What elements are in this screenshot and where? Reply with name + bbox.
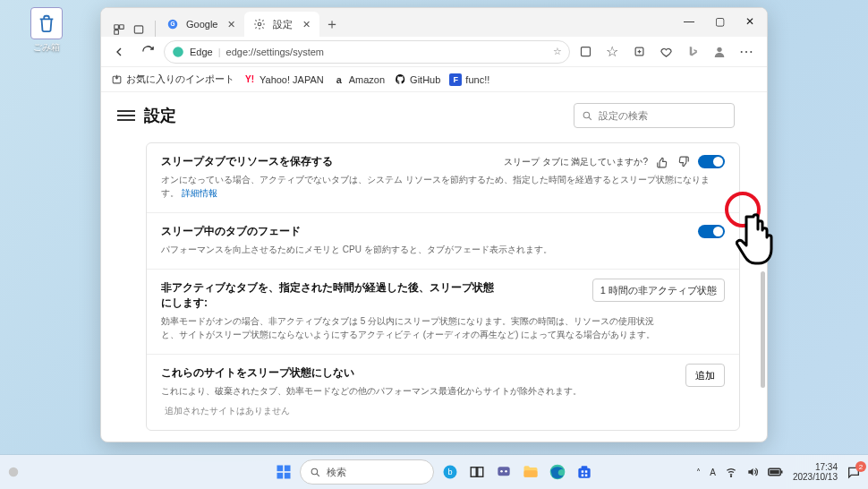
setting-title: スリープ中のタブのフェード [161,224,691,239]
fav-label: func!! [465,74,489,85]
toggle-fade[interactable] [698,225,725,238]
feedback-text: スリープ タブに 満足していますか? [504,156,648,168]
profile-icon[interactable] [708,40,731,64]
svg-point-18 [311,468,318,475]
scrollbar-thumb[interactable] [761,271,765,388]
edge-icon [172,46,184,58]
setting-sleep-save: スリープタブでリソースを保存する スリープ タブに 満足していますか? オンにな… [147,143,739,213]
address-bar-row: Edge | edge://settings/system ☆ ☆ ⋯ [101,37,767,67]
settings-content: 設定 設定の検索 スリープタブでリソースを保存する スリープ タブに 満足してい… [101,92,767,442]
fav-github[interactable]: GitHub [394,73,440,86]
explorer-icon[interactable] [520,461,541,483]
bing-icon[interactable] [681,40,704,64]
settings-search[interactable]: 設定の検索 [574,103,735,128]
start-button[interactable] [273,461,294,483]
close-icon[interactable]: ✕ [225,18,237,30]
svg-rect-22 [478,468,483,477]
fav-amazon[interactable]: aAmazon [333,73,385,86]
svg-point-34 [730,476,731,476]
close-icon[interactable]: ✕ [300,18,312,30]
notifications-icon[interactable] [847,465,861,479]
store-icon[interactable] [574,461,595,483]
workspaces-icon[interactable] [112,22,126,37]
page-title: 設定 [144,105,565,126]
bing-chat-icon[interactable]: b [439,461,461,483]
toggle-sleep-save[interactable] [698,155,725,168]
menu-toggle[interactable] [117,107,135,124]
tab-settings[interactable]: 設定 ✕ [244,12,319,37]
sleep-tabs-panel: スリープタブでリソースを保存する スリープ タブに 満足していますか? オンにな… [146,142,740,431]
back-button[interactable] [106,39,132,64]
settings-header: 設定 設定の検索 [101,92,767,135]
fav-yahoo[interactable]: Y!Yahoo! JAPAN [243,73,324,86]
more-info-link[interactable]: 詳細情報 [182,188,217,198]
svg-rect-16 [277,473,284,479]
import-label: お気に入りのインポート [126,73,234,86]
gear-icon [253,18,266,30]
github-icon [394,73,406,86]
taskbar-center: 検索 b [273,459,595,485]
svg-rect-36 [781,471,783,474]
tab-label: Google [186,19,217,30]
scheme-label: Edge [190,47,213,57]
tab-actions-icon[interactable] [132,22,146,37]
collections-icon[interactable] [627,40,651,64]
window-close[interactable]: ✕ [735,10,765,33]
star-icon[interactable]: ☆ [553,46,562,57]
window-maximize[interactable]: ▢ [704,10,735,33]
ime-indicator[interactable]: A [710,468,716,477]
svg-point-6 [259,22,262,26]
search-icon [582,110,593,122]
menu-icon[interactable]: ⋯ [735,40,758,64]
taskbar-search[interactable]: 検索 [300,459,434,485]
add-site-button[interactable]: 追加 [685,364,725,387]
taskbar: 検索 b ˄ A 17:34 2023/10/13 [0,455,868,489]
thumbs-up-icon[interactable] [655,155,669,169]
svg-rect-8 [581,47,590,56]
svg-rect-15 [285,466,291,472]
svg-point-7 [173,47,183,57]
extensions-icon[interactable] [574,40,597,64]
thumbs-down-icon[interactable] [677,155,691,169]
svg-rect-1 [120,25,124,30]
amazon-icon: a [333,73,345,86]
taskbar-clock[interactable]: 17:34 2023/10/13 [793,462,838,482]
refresh-button[interactable] [135,39,160,64]
new-tab-button[interactable]: ＋ [319,12,345,37]
date-text: 2023/10/13 [793,472,838,482]
svg-point-25 [505,470,507,473]
yahoo-icon: Y! [243,73,256,86]
fav-label: Amazon [349,74,385,85]
import-favorites[interactable]: お気に入りのインポート [110,73,234,86]
desktop-recycle-bin[interactable]: ごみ箱 [25,7,68,54]
func-icon: F [449,73,462,86]
search-placeholder: 設定の検索 [599,109,648,123]
fav-func[interactable]: Ffunc!! [449,73,489,86]
weather-icon[interactable] [7,466,20,478]
tab-strip: G Google ✕ 設定 ✕ ＋ ― ▢ ✕ [101,8,767,37]
fav-label: Yahoo! JAPAN [260,74,324,85]
favorites-icon[interactable]: ☆ [600,40,624,64]
window-minimize[interactable]: ― [674,10,704,33]
edge-taskbar-icon[interactable] [547,461,568,483]
svg-rect-37 [770,470,779,475]
address-bar[interactable]: Edge | edge://settings/system ☆ [164,40,570,64]
wifi-icon[interactable] [725,466,737,478]
battery-icon[interactable] [768,467,784,477]
heart-icon[interactable] [654,40,677,64]
setting-title: これらのサイトをスリープ状態にしない [161,365,725,381]
task-view-icon[interactable] [466,461,488,483]
tray-chevron-icon[interactable]: ˄ [696,468,701,477]
setting-description: オンになっている場合、アクティブでないタブは、システム リソースを節約するため、… [161,173,725,200]
svg-point-10 [717,47,721,51]
tab-google[interactable]: G Google ✕ [157,12,244,37]
add-label: 追加 [695,369,715,382]
svg-rect-17 [285,473,291,479]
svg-rect-33 [585,475,588,477]
chat-icon[interactable] [493,461,515,483]
volume-icon[interactable] [746,466,759,478]
svg-rect-30 [582,470,584,473]
inactive-time-dropdown[interactable]: 1 時間の非アクティブ状態 [592,279,725,302]
recycle-bin-label: ごみ箱 [25,41,68,54]
svg-point-13 [9,468,19,477]
